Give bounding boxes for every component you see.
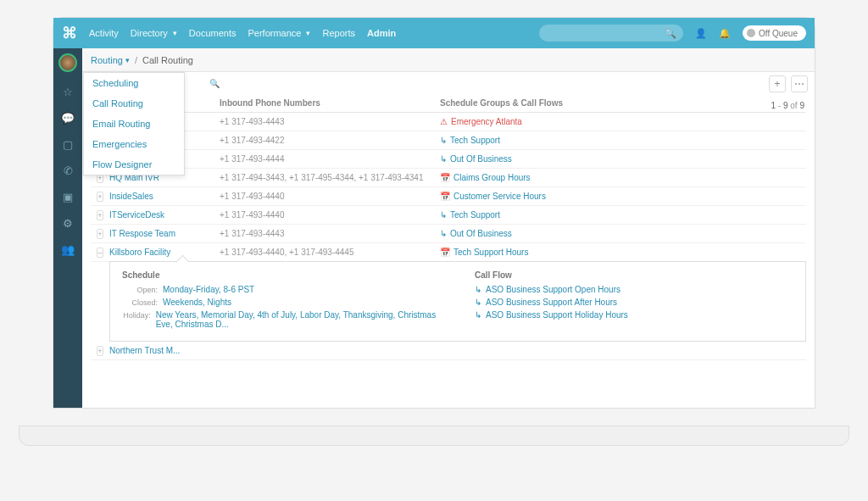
- row-schedule-link[interactable]: ⚠Emergency Atlanta: [440, 117, 806, 126]
- avatar[interactable]: [58, 53, 77, 72]
- chat-icon[interactable]: 💬: [61, 112, 75, 125]
- schedule-value-link[interactable]: New Years, Memorial Day, 4th of July, La…: [156, 310, 441, 329]
- table-row: –Killsboro Facility+1 317-493-4440, +1 3…: [91, 243, 806, 262]
- table-row: +HQ Main IVR+1 317-494-3443, +1 317-495-…: [91, 169, 806, 187]
- row-schedule-link[interactable]: ↳Tech Support: [440, 136, 806, 145]
- chevron-down-icon[interactable]: ▾: [125, 56, 130, 64]
- expand-toggle[interactable]: –: [97, 248, 103, 258]
- table-row: +ITServiceDesk+1 317-493-4440↳Tech Suppo…: [91, 206, 806, 225]
- dropdown-item[interactable]: Flow Designer: [84, 154, 184, 175]
- row-phone: +1 317-494-3443, +1 317-495-4344, +1 317…: [220, 173, 423, 182]
- top-nav: ⌘ Activity Directory Documents Performan…: [53, 18, 815, 48]
- callflow-heading: Call Flow: [475, 270, 793, 280]
- row-name-link[interactable]: ITServiceDesk: [109, 210, 164, 220]
- expand-toggle[interactable]: +: [97, 192, 103, 202]
- schedule-label: Open:: [122, 285, 158, 294]
- row-phone: +1 317-493-4440, +1 317-493-4445: [220, 248, 353, 257]
- schedule-icon: 📅: [440, 248, 450, 257]
- table-row: +ENRON+1 317-493-4444↳Out Of Business: [91, 150, 806, 169]
- callflow-icon: ↳: [475, 310, 481, 320]
- table-row: +...ory+1 317-493-4422↳Tech Support: [91, 131, 806, 150]
- schedule-icon: ↳: [440, 229, 447, 238]
- add-button[interactable]: +: [769, 75, 786, 92]
- pager: 1 - 9 of 9: [771, 101, 804, 110]
- table-row: +InsideSales+1 317-493-4440📅Customer Ser…: [91, 187, 806, 206]
- more-button[interactable]: ⋯: [791, 75, 808, 92]
- table-row: +IT Respose Team+1 317-493-4443↳Out Of B…: [91, 225, 806, 243]
- dropdown-item[interactable]: Scheduling: [84, 73, 184, 93]
- schedule-label: Holiday:: [122, 310, 151, 329]
- callflow-icon: ↳: [475, 298, 481, 307]
- expanded-panel: ScheduleOpen:Monday-Friday, 8-6 PSTClose…: [109, 261, 806, 342]
- callflow-link[interactable]: ASO Business Support After Hours: [486, 298, 617, 307]
- filter-search-icon[interactable]: 🔍: [209, 79, 220, 88]
- nav-reports[interactable]: Reports: [322, 28, 355, 38]
- dropdown-item[interactable]: Email Routing: [84, 114, 184, 134]
- queue-status-dot: [747, 29, 755, 37]
- global-search-input[interactable]: 🔍: [539, 25, 683, 42]
- nav-directory[interactable]: Directory: [131, 28, 177, 38]
- row-schedule-link[interactable]: 📅Customer Service Hours: [440, 192, 806, 201]
- nav-documents[interactable]: Documents: [189, 28, 236, 38]
- breadcrumb: Routing ▾ / Call Routing: [82, 48, 815, 72]
- row-schedule-link[interactable]: 📅Claims Group Hours: [440, 173, 806, 182]
- callflow-link[interactable]: ASO Business Support Open Hours: [486, 285, 620, 294]
- row-name-link[interactable]: Northern Trust M...: [109, 346, 180, 355]
- nav-activity[interactable]: Activity: [89, 28, 119, 38]
- schedule-icon: ⚠: [440, 117, 448, 126]
- callflow-link[interactable]: ASO Business Support Holiday Hours: [486, 310, 628, 320]
- row-phone: +1 317-493-4440: [220, 210, 284, 220]
- gear-icon[interactable]: ⚙: [63, 217, 73, 230]
- row-schedule-link[interactable]: ↳Tech Support: [440, 210, 806, 220]
- star-icon[interactable]: ☆: [63, 86, 73, 98]
- row-schedule-link[interactable]: 📅Tech Support Hours: [440, 248, 806, 257]
- expand-toggle[interactable]: +: [97, 229, 103, 239]
- schedule-icon: ↳: [440, 136, 447, 145]
- queue-toggle[interactable]: Off Queue: [743, 25, 806, 41]
- search-icon: 🔍: [665, 28, 676, 39]
- dropdown-item[interactable]: Call Routing: [84, 93, 184, 114]
- row-name-link[interactable]: Killsboro Facility: [109, 248, 170, 257]
- table-row: +...ter+1 317-493-4443⚠Emergency Atlanta: [91, 113, 806, 131]
- schedule-icon: 📅: [440, 173, 450, 182]
- expand-toggle[interactable]: +: [97, 210, 103, 220]
- schedule-heading: Schedule: [122, 270, 441, 280]
- row-phone: +1 317-493-4422: [220, 136, 284, 145]
- phone-icon[interactable]: ✆: [64, 164, 73, 177]
- breadcrumb-current: Call Routing: [142, 55, 193, 65]
- callflow-icon: ↳: [475, 285, 481, 294]
- row-schedule-link[interactable]: ↳Out Of Business: [440, 154, 806, 164]
- inbox-icon[interactable]: ▣: [63, 191, 73, 203]
- row-name-link[interactable]: InsideSales: [109, 192, 153, 201]
- row-schedule-link[interactable]: ↳Out Of Business: [440, 229, 806, 238]
- dropdown-item[interactable]: Emergencies: [84, 134, 184, 154]
- table-row: +Northern Trust M...: [91, 342, 806, 360]
- people-icon[interactable]: 👥: [61, 243, 75, 256]
- routing-dropdown: SchedulingCall RoutingEmail RoutingEmerg…: [83, 72, 185, 175]
- row-phone: +1 317-493-4443: [220, 117, 284, 126]
- schedule-label: Closed:: [122, 298, 158, 307]
- schedule-value-link[interactable]: Monday-Friday, 8-6 PST: [163, 285, 254, 294]
- queue-label: Off Queue: [759, 29, 798, 38]
- schedule-icon: ↳: [440, 210, 447, 220]
- row-phone: +1 317-493-4444: [220, 154, 284, 164]
- row-name-link[interactable]: IT Respose Team: [109, 229, 175, 238]
- left-rail: ☆ 💬 ▢ ✆ ▣ ⚙ 👥: [53, 48, 82, 408]
- nav-admin[interactable]: Admin: [367, 28, 396, 38]
- nav-performance[interactable]: Performance: [248, 28, 311, 38]
- app-logo-icon: ⌘: [62, 24, 77, 42]
- breadcrumb-root[interactable]: Routing: [91, 55, 123, 65]
- row-phone: +1 317-493-4443: [220, 229, 284, 238]
- schedule-value-link[interactable]: Weekends, Nights: [163, 298, 231, 307]
- schedule-icon: ↳: [440, 154, 447, 164]
- table-header: Inbound Phone Numbers Schedule Groups & …: [91, 94, 806, 113]
- bell-icon[interactable]: 🔔: [719, 28, 731, 39]
- user-icon[interactable]: 👤: [695, 28, 707, 39]
- row-phone: +1 317-493-4440: [220, 192, 284, 201]
- video-icon[interactable]: ▢: [63, 138, 73, 151]
- expand-toggle[interactable]: +: [97, 346, 103, 356]
- schedule-icon: 📅: [440, 192, 450, 201]
